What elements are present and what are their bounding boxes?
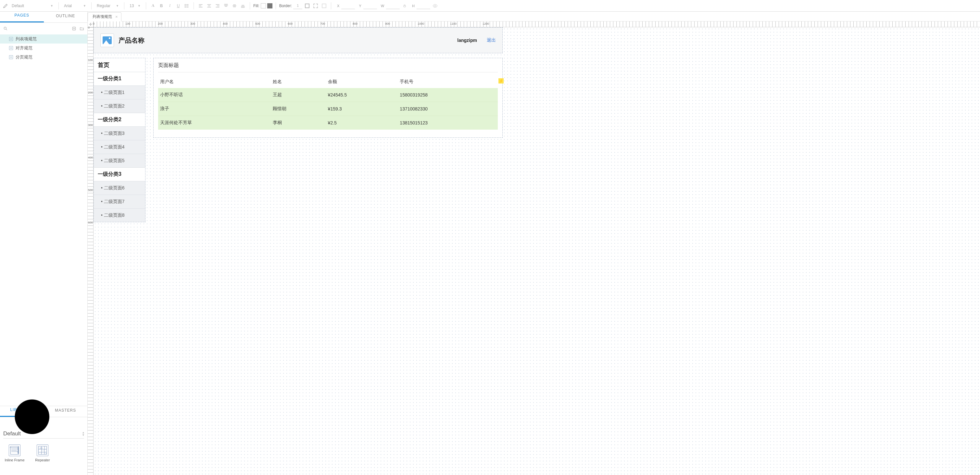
- font-weight-select[interactable]: Regular ▼: [95, 2, 121, 10]
- widget-tile[interactable]: Inline Frame: [2, 445, 27, 462]
- add-folder-icon[interactable]: [80, 26, 84, 31]
- left-panel: PAGES OUTLINE 列表项规范 对齐规范 分页规范 LIBRARIES …: [0, 12, 88, 475]
- italic-icon[interactable]: I: [166, 2, 173, 10]
- svg-text:1: 1: [43, 449, 43, 452]
- sidebar-item[interactable]: • 二级页面8: [94, 208, 145, 222]
- svg-rect-45: [18, 447, 19, 454]
- header-username: langzipm: [457, 38, 477, 43]
- fill-none-swatch[interactable]: [261, 3, 266, 8]
- ruler-tick: 100: [125, 22, 130, 26]
- page-title: 页面标题: [158, 62, 498, 72]
- page-item-label: 对齐规范: [16, 45, 32, 51]
- valign-top-icon[interactable]: [223, 2, 229, 10]
- table-cell: 小野不听话: [158, 88, 271, 102]
- bold-icon[interactable]: B: [158, 2, 165, 10]
- page-item[interactable]: 列表项规范: [0, 34, 88, 43]
- tab-outline[interactable]: OUTLINE: [44, 12, 88, 22]
- y-input[interactable]: [363, 3, 377, 9]
- chevron-down-icon: ▼: [50, 4, 53, 8]
- page-icon: [9, 46, 13, 50]
- border-full-icon[interactable]: [304, 2, 311, 10]
- sidebar-item[interactable]: • 二级页面2: [94, 99, 145, 113]
- table-row[interactable]: 浪子顾惜朝¥159.313710082330: [158, 102, 498, 116]
- ruler-tick: 500: [255, 22, 260, 26]
- visibility-icon[interactable]: [431, 2, 439, 10]
- table-cell: 13815015123: [398, 116, 498, 130]
- sidebar-item[interactable]: • 二级页面6: [94, 181, 145, 194]
- table-header-row: 用户名姓名余额手机号: [158, 76, 498, 88]
- text-color-icon[interactable]: A: [150, 2, 156, 10]
- ruler-horizontal: 0100200300400500600700800900100011001200: [94, 21, 980, 27]
- ruler-vertical: 0100200300400500600: [88, 27, 94, 475]
- fill-color-swatch[interactable]: [267, 3, 272, 8]
- h-input[interactable]: [417, 3, 430, 9]
- bullet-list-icon[interactable]: [183, 2, 190, 10]
- document-tab[interactable]: 列表项规范 ×: [88, 12, 121, 21]
- sidebar-category[interactable]: 一级分类3: [94, 167, 145, 181]
- sidebar-item[interactable]: • 二级页面3: [94, 126, 145, 140]
- underline-icon[interactable]: U: [175, 2, 182, 10]
- ruler-tick: 200: [158, 22, 163, 26]
- sidebar-category[interactable]: 一级分类1: [94, 72, 145, 86]
- style-preset-select[interactable]: Default ▼: [10, 2, 55, 10]
- x-label: X: [337, 4, 339, 8]
- ruler-tick: 1200: [482, 22, 489, 26]
- sidebar-category[interactable]: 一级分类2: [94, 113, 145, 126]
- prototype-main[interactable]: 页面标题 用户名姓名余额手机号 小野不听话王超¥24545.5158003192…: [153, 58, 503, 138]
- tab-pages[interactable]: PAGES: [0, 12, 44, 22]
- library-select[interactable]: Default ▴▾: [3, 429, 84, 438]
- ruler-tick: 600: [288, 22, 293, 26]
- prototype-sidebar[interactable]: 首页一级分类1• 二级页面1• 二级页面2一级分类2• 二级页面3• 二级页面4…: [94, 58, 145, 222]
- table-row[interactable]: 天涯何处不芳草李桐¥2.513815015123: [158, 116, 498, 130]
- table-row[interactable]: 小野不听话王超¥24545.515800319258: [158, 88, 498, 102]
- border-dash-icon[interactable]: [312, 2, 319, 10]
- table-header-cell: 手机号: [398, 76, 498, 88]
- w-input[interactable]: [386, 3, 400, 9]
- tab-pages-label: PAGES: [14, 13, 29, 18]
- style-preset-value: Default: [12, 3, 24, 8]
- align-left-icon[interactable]: [197, 2, 204, 10]
- table-cell: 浪子: [158, 102, 271, 116]
- lock-ratio-icon[interactable]: [401, 2, 408, 10]
- table-cell: 王超: [271, 88, 326, 102]
- interaction-badge-icon[interactable]: ⚡: [498, 78, 504, 83]
- widget-icon: [9, 445, 21, 456]
- sidebar-item[interactable]: • 二级页面7: [94, 194, 145, 208]
- document-tab-label: 列表项规范: [92, 14, 112, 19]
- sidebar-item[interactable]: • 二级页面4: [94, 140, 145, 154]
- table-header-cell: 用户名: [158, 76, 271, 88]
- ruler-tick: 0: [93, 22, 94, 26]
- font-family-select[interactable]: Arial ▼: [62, 2, 88, 10]
- page-item[interactable]: 分页规范: [0, 53, 88, 62]
- close-icon[interactable]: ×: [115, 14, 118, 19]
- table-cell: 顾惜朝: [271, 102, 326, 116]
- sidebar-item[interactable]: • 二级页面5: [94, 154, 145, 167]
- border-width-input[interactable]: [293, 3, 302, 9]
- border-none-icon[interactable]: [320, 2, 328, 10]
- align-center-icon[interactable]: [205, 2, 213, 10]
- widgets-tray: Inline FrameABC12 Repeater: [0, 441, 88, 475]
- sidebar-item-home[interactable]: 首页: [94, 58, 145, 72]
- prototype-header[interactable]: 产品名称 langzipm 退出: [94, 27, 503, 53]
- pages-search[interactable]: [3, 26, 68, 31]
- pages-list: 列表项规范 对齐规范 分页规范: [0, 34, 88, 406]
- add-page-icon[interactable]: [72, 26, 76, 31]
- valign-bottom-icon[interactable]: [239, 2, 247, 10]
- svg-line-27: [6, 29, 7, 30]
- svg-point-0: [185, 4, 185, 5]
- edit-style-icon[interactable]: [3, 3, 8, 9]
- sidebar-item[interactable]: • 二级页面1: [94, 86, 145, 99]
- widget-tile[interactable]: ABC12 Repeater: [30, 445, 55, 462]
- x-input[interactable]: [341, 3, 355, 9]
- canvas-paper[interactable]: 产品名称 langzipm 退出 首页一级分类1• 二级页面1• 二级页面2一级…: [94, 27, 980, 475]
- logout-link[interactable]: 退出: [487, 37, 496, 43]
- ruler-tick: 900: [385, 22, 390, 26]
- product-logo[interactable]: [100, 33, 114, 47]
- ruler-tick: 1100: [450, 22, 457, 26]
- page-item[interactable]: 对齐规范: [0, 43, 88, 53]
- font-size-select[interactable]: 13 ▼: [127, 2, 143, 10]
- align-right-icon[interactable]: [214, 2, 221, 10]
- valign-middle-icon[interactable]: [231, 2, 238, 10]
- prototype-root[interactable]: 产品名称 langzipm 退出 首页一级分类1• 二级页面1• 二级页面2一级…: [94, 27, 503, 222]
- top-toolbar: Default ▼ Arial ▼ Regular ▼ 13 ▼ A B I U…: [0, 0, 980, 12]
